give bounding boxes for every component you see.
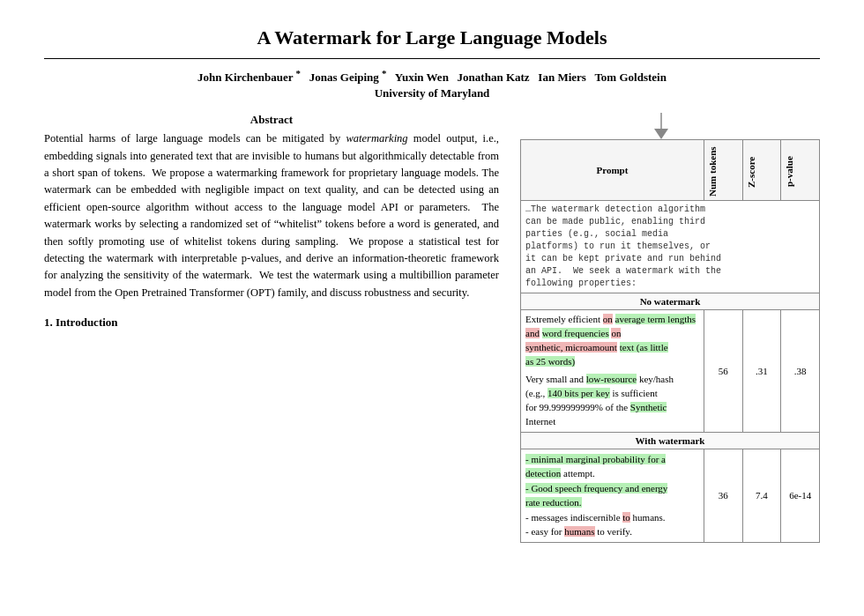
main-content: Abstract Potential harms of large langua… <box>44 113 820 543</box>
col-header-prompt: Prompt <box>521 140 704 201</box>
table-header-row: Prompt Num tokens Z-score p-value <box>521 140 820 201</box>
with-watermark-numtokens: 36 <box>704 449 742 542</box>
table-wrapper: Prompt Num tokens Z-score p-value <box>520 139 820 543</box>
with-watermark-label: With watermark <box>521 432 820 449</box>
prompt-text: …The watermark detection algorithm can b… <box>525 204 815 290</box>
no-watermark-numtokens: 56 <box>704 310 742 433</box>
title-rule <box>44 58 820 59</box>
left-column: Abstract Potential harms of large langua… <box>44 113 499 543</box>
with-watermark-text-cell: - minimal marginal probability for a det… <box>521 449 704 542</box>
col-header-zscore: Z-score <box>742 140 781 201</box>
prompt-cell: …The watermark detection algorithm can b… <box>521 201 820 293</box>
arrow-indicator <box>644 113 679 139</box>
no-watermark-zscore: .31 <box>742 310 781 433</box>
with-watermark-content-row: - minimal marginal probability for a det… <box>521 449 820 542</box>
prompt-row: …The watermark detection algorithm can b… <box>521 201 820 293</box>
no-watermark-pvalue: .38 <box>781 310 820 433</box>
title-section: A Watermark for Large Language Models <box>44 26 820 59</box>
with-watermark-pvalue: 6e-14 <box>781 449 820 542</box>
col-header-numtokens: Num tokens <box>704 140 742 201</box>
svg-marker-1 <box>654 129 668 139</box>
section1-heading: 1. Introduction <box>44 315 499 330</box>
no-watermark-text2: Very small and low-resource key/hash (e.… <box>525 373 699 429</box>
results-table: Prompt Num tokens Z-score p-value <box>520 139 820 543</box>
with-watermark-zscore: 7.4 <box>742 449 781 542</box>
no-watermark-label-row: No watermark <box>521 293 820 310</box>
page: A Watermark for Large Language Models Jo… <box>0 0 864 569</box>
with-watermark-label-row: With watermark <box>521 432 820 449</box>
no-watermark-text: Extremely efficient on average term leng… <box>525 313 699 369</box>
abstract-heading: Abstract <box>44 113 499 127</box>
abstract-text: Potential harms of large language models… <box>44 130 499 301</box>
no-watermark-text-cell: Extremely efficient on average term leng… <box>521 310 704 433</box>
right-column: Prompt Num tokens Z-score p-value <box>520 113 820 543</box>
affiliation: University of Maryland <box>44 86 820 100</box>
no-watermark-label: No watermark <box>521 293 820 310</box>
with-watermark-text: - minimal marginal probability for a det… <box>525 452 699 539</box>
paper-title: A Watermark for Large Language Models <box>44 26 820 49</box>
col-header-pvalue: p-value <box>781 140 820 201</box>
authors-line1: John Kirchenbauer * Jonas Geiping * Yuxi… <box>44 68 820 85</box>
no-watermark-content-row: Extremely efficient on average term leng… <box>521 310 820 433</box>
